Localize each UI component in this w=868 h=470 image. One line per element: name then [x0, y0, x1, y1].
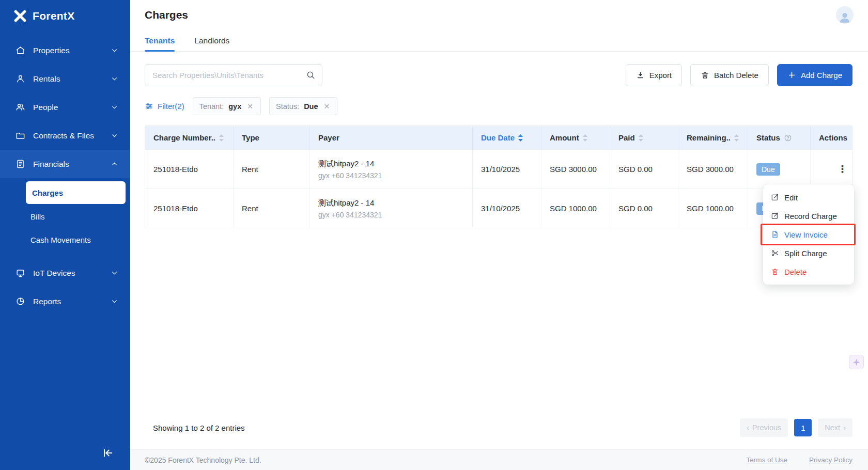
next-page-button[interactable]: Next › [818, 418, 853, 437]
table-empty-space [145, 228, 853, 416]
cell-remaining: SGD 3000.00 [678, 150, 748, 189]
cell-due-date: 31/10/2025 [473, 189, 541, 228]
submenu-item-bills[interactable]: Bills [0, 205, 130, 228]
column-label: Due Date [481, 133, 515, 142]
sidebar-item-reports[interactable]: Reports [0, 287, 130, 316]
table-row: 251018-Etdo Rent 测试hitpay2 - 14 gyx +60 … [145, 189, 852, 228]
payer-name: 测试hitpay2 - 14 [318, 198, 374, 208]
cell-charge-number: 251018-Etdo [145, 150, 234, 189]
sidebar-item-rentals[interactable]: Rentals [0, 65, 130, 93]
sidebar-item-label: Reports [33, 297, 61, 306]
search-icon [306, 70, 316, 80]
cell-charge-number: 251018-Etdo [145, 189, 234, 228]
menu-item-label: Edit [784, 193, 798, 202]
row-actions-kebab-icon[interactable]: ⋮ [833, 161, 852, 177]
menu-item-label: Split Charge [784, 249, 827, 258]
pager: ‹ Previous 1 Next › [740, 418, 853, 437]
table-header-row: Charge Number.. Type Payer Due Date Amou… [145, 126, 852, 149]
chip-key: Status: [276, 102, 299, 111]
main-area: Charges Tenants Landlords Export [130, 0, 868, 470]
tenant-icon [16, 74, 25, 84]
submenu-item-charges[interactable]: Charges [26, 181, 126, 204]
floating-tool-button[interactable] [849, 355, 864, 369]
chevron-left-icon: ‹ [747, 424, 749, 432]
filter-label: Filter(2) [158, 102, 184, 111]
user-icon [838, 10, 851, 24]
sort-icon [518, 134, 523, 142]
sort-icon [583, 134, 587, 142]
footer-links: Terms of Use Privacy Policy [746, 456, 853, 464]
user-avatar[interactable] [836, 6, 854, 24]
financials-submenu: Charges Bills Cash Movements [0, 178, 130, 259]
brand-logo[interactable]: ForentX [0, 0, 130, 32]
sidebar-collapse-button[interactable] [101, 446, 115, 460]
sidebar-item-properties[interactable]: Properties [0, 36, 130, 65]
filter-chip-status: Status: Due ✕ [269, 97, 337, 115]
filter-sliders-icon [145, 102, 153, 111]
submenu-item-cash-movements[interactable]: Cash Movements [0, 228, 130, 252]
sidebar-item-iot-devices[interactable]: IoT Devices [0, 259, 130, 287]
terms-of-use-link[interactable]: Terms of Use [746, 456, 787, 464]
sidebar-item-people[interactable]: People [0, 93, 130, 121]
cell-amount: SGD 1000.00 [541, 189, 610, 228]
cell-actions: ⋮ [811, 150, 852, 189]
column-header-actions: Actions [811, 126, 852, 149]
trash-icon [701, 71, 709, 80]
column-header-charge-number[interactable]: Charge Number.. [145, 126, 234, 149]
menu-item-split-charge[interactable]: Split Charge [763, 244, 854, 262]
privacy-policy-link[interactable]: Privacy Policy [809, 456, 853, 464]
chevron-down-icon [111, 298, 118, 305]
column-label: Payer [318, 133, 339, 142]
tab-label: Tenants [145, 36, 175, 45]
search-input[interactable] [145, 64, 322, 86]
page-number-button[interactable]: 1 [794, 419, 812, 436]
chevron-down-icon [111, 104, 118, 111]
column-label: Paid [618, 133, 635, 142]
menu-item-delete[interactable]: Delete [763, 262, 854, 281]
status-badge: Due [756, 163, 780, 176]
menu-item-edit[interactable]: Edit [763, 188, 854, 207]
sidebar-item-financials[interactable]: Financials [0, 150, 130, 178]
tab-tenants[interactable]: Tenants [145, 30, 175, 51]
home-icon [16, 45, 25, 55]
filter-chip-tenant: Tenant: gyx ✕ [193, 97, 261, 115]
page-header: Charges [130, 0, 868, 30]
column-header-amount[interactable]: Amount [541, 126, 610, 149]
sidebar-item-label: Rentals [33, 74, 60, 84]
tab-landlords[interactable]: Landlords [194, 30, 229, 51]
submenu-item-label: Cash Movements [30, 236, 91, 244]
help-circle-icon[interactable] [784, 134, 792, 142]
cell-paid: SGD 0.00 [610, 189, 678, 228]
filter-toggle[interactable]: Filter(2) [145, 102, 184, 111]
column-label: Remaining.. [687, 133, 731, 142]
close-icon[interactable]: ✕ [246, 101, 254, 112]
export-button[interactable]: Export [626, 64, 682, 86]
edit-icon [771, 193, 779, 201]
cell-type: Rent [234, 150, 310, 189]
invoice-icon [16, 159, 25, 169]
menu-item-record-charge[interactable]: Record Charge [763, 207, 854, 225]
column-header-payer: Payer [310, 126, 473, 149]
submenu-item-label: Charges [32, 189, 63, 197]
previous-page-button[interactable]: ‹ Previous [740, 418, 788, 437]
sidebar-item-contracts-files[interactable]: Contracts & Files [0, 121, 130, 150]
column-header-due-date[interactable]: Due Date [473, 126, 541, 149]
column-header-remaining[interactable]: Remaining.. [678, 126, 748, 149]
menu-item-view-invoice[interactable]: View Invoice [763, 225, 854, 244]
chip-key: Tenant: [199, 102, 224, 111]
batch-delete-button[interactable]: Batch Delete [690, 64, 769, 86]
submenu-item-label: Bills [30, 212, 45, 221]
pie-chart-icon [16, 296, 25, 306]
add-charge-button[interactable]: Add Charge [777, 64, 853, 86]
app-root: ForentX Properties Rentals People Contra… [0, 0, 868, 470]
column-header-paid[interactable]: Paid [610, 126, 678, 149]
people-icon [16, 102, 25, 112]
pagination-row: Showing 1 to 2 of 2 entries ‹ Previous 1… [145, 416, 853, 449]
plus-icon [787, 71, 796, 80]
scissors-icon [771, 249, 779, 257]
sort-icon [734, 134, 739, 142]
sidebar-item-label: Contracts & Files [33, 131, 94, 140]
close-icon[interactable]: ✕ [323, 101, 331, 112]
previous-label: Previous [752, 424, 781, 432]
menu-item-label: Record Charge [784, 212, 837, 221]
